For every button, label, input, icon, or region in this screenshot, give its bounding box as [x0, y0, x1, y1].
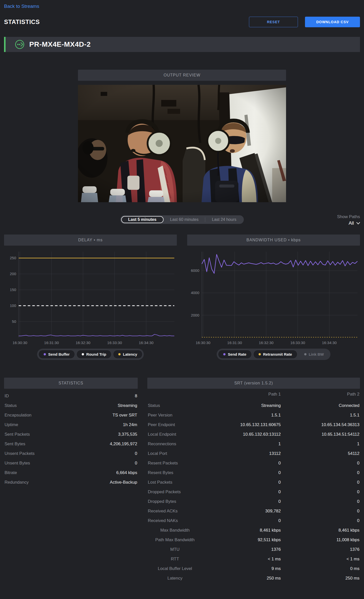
legend-label: Round Trip: [86, 352, 106, 356]
svg-text:6000: 6000: [191, 268, 199, 273]
tab-last-5-minutes[interactable]: Last 5 minutes: [121, 216, 163, 223]
table-row: Max Bandwidth8,461 kbps8,461 kbps: [147, 526, 360, 535]
row-label: Resent Bytes: [148, 470, 202, 475]
svg-text:16:32:30: 16:32:30: [259, 341, 273, 345]
delay-chart-panel: DELAY • ms 5010015020025016:30:3016:31:3…: [4, 235, 177, 360]
stream-name: PR-MX4E-MX4D-2: [29, 40, 91, 48]
row-label: Unsent Bytes: [5, 461, 30, 466]
table-row: Unsent Bytes0: [4, 458, 138, 468]
row-value: 8: [135, 394, 137, 399]
tables-row: STATISTICS ID8StatusStreamingEncapsulati…: [4, 378, 360, 583]
spacer: [148, 392, 202, 397]
row-value: 0: [281, 489, 359, 494]
statistics-page: Back to Streams STATISTICS RESET DOWNLOA…: [0, 0, 364, 593]
svg-text:16:33:30: 16:33:30: [107, 341, 122, 345]
row-label: Max Bandwidth: [148, 528, 202, 533]
legend-item-send-rate[interactable]: Send Rate: [218, 350, 251, 359]
reset-button[interactable]: RESET: [249, 17, 298, 27]
page-header: STATISTICS RESET DOWNLOAD CSV: [4, 17, 360, 27]
row-label: Path Max Bandwidth: [148, 537, 202, 542]
row-value: 9 ms: [202, 566, 281, 571]
svg-text:16:31:30: 16:31:30: [227, 341, 242, 345]
legend-label: Send Buffer: [48, 352, 70, 356]
row-value: 54112: [281, 451, 359, 456]
tab-last-24-hours[interactable]: Last 24 hours: [205, 216, 243, 223]
output-review-video: [78, 85, 286, 202]
legend-item-round-trip[interactable]: Round Trip: [76, 350, 111, 359]
row-value: 10.65.134.54:36313: [281, 422, 359, 427]
path1-column-header: Path 1: [202, 392, 281, 397]
row-label: Sent Bytes: [5, 441, 25, 447]
row-label: ID: [5, 394, 9, 399]
back-to-streams-link[interactable]: Back to Streams: [4, 4, 39, 9]
row-value: 0: [135, 451, 137, 456]
row-label: Status: [5, 403, 17, 408]
row-value: 8,461 kbps: [281, 528, 359, 533]
row-value: 92,511 kbps: [202, 537, 281, 542]
row-value: 0: [202, 518, 281, 523]
row-label: Local Port: [148, 451, 202, 456]
chart-controls: Last 5 minutes Last 60 minutes Last 24 h…: [4, 214, 360, 228]
table-row: Sent Packets3,375,535: [4, 430, 138, 439]
row-value: 0: [281, 480, 359, 485]
bandwidth-chart-legend: Send RateRetransmit RateLink BW: [217, 349, 330, 360]
row-value: 1.5.1: [281, 413, 359, 418]
row-value: 1.5.1: [202, 413, 281, 418]
row-value: < 1 ms: [202, 557, 281, 562]
row-value: 0: [202, 461, 281, 466]
table-row: Reconnections11: [147, 439, 360, 449]
stream-output-icon: [15, 39, 25, 49]
page-title: STATISTICS: [4, 18, 40, 25]
table-row: Local Buffer Level9 ms0 ms: [147, 564, 360, 574]
row-label: Latency: [148, 576, 202, 581]
row-value: 3,375,535: [118, 432, 137, 437]
table-row: Sent Bytes4,206,195,972: [4, 439, 138, 449]
row-value: 0: [281, 518, 359, 523]
legend-label: Latency: [123, 352, 137, 356]
row-value: 8,461 kbps: [202, 528, 281, 533]
header-buttons: RESET DOWNLOAD CSV: [249, 17, 360, 27]
row-value: TS over SRT: [113, 413, 137, 418]
row-label: Local Buffer Level: [148, 566, 202, 571]
bandwidth-chart-title: BANDWIDTH USED • kbps: [187, 235, 360, 246]
row-label: Lost Packets: [148, 480, 202, 485]
delay-chart-title: DELAY • ms: [4, 235, 177, 246]
row-value: 309,782: [202, 509, 281, 514]
legend-item-send-buffer[interactable]: Send Buffer: [38, 350, 75, 359]
table-row: StatusStreaming: [4, 401, 138, 410]
row-value: 0: [202, 489, 281, 494]
table-row: Received ACKs309,7820: [147, 506, 360, 516]
table-row: Received NAKs00: [147, 516, 360, 526]
table-row: RTT< 1 ms< 1 ms: [147, 554, 360, 564]
row-value: 0: [281, 499, 359, 504]
show-paths-dropdown[interactable]: All: [349, 220, 360, 226]
legend-item-link-bw[interactable]: Link BW: [299, 350, 329, 359]
row-value: 0: [202, 480, 281, 485]
tab-last-60-minutes[interactable]: Last 60 minutes: [163, 216, 205, 223]
row-value: 250 ms: [202, 576, 281, 581]
download-csv-button[interactable]: DOWNLOAD CSV: [305, 17, 360, 27]
row-value: 250 ms: [281, 576, 359, 581]
table-row: Lost Packets00: [147, 478, 360, 487]
svg-text:16:33:30: 16:33:30: [290, 341, 305, 345]
legend-item-retransmit-rate[interactable]: Retransmit Rate: [253, 350, 297, 359]
row-value: 11,008 kbps: [281, 537, 359, 542]
delay-chart-legend: Send BufferRound TripLatency: [37, 349, 144, 360]
row-label: Sent Packets: [5, 432, 30, 437]
row-label: Redundancy: [5, 480, 29, 485]
legend-item-latency[interactable]: Latency: [113, 350, 143, 359]
output-review-header: OUTPUT REVIEW: [78, 70, 286, 81]
srt-table-rows: StatusStreamingConnectedPeer Version1.5.…: [147, 401, 360, 583]
output-review-section: OUTPUT REVIEW: [78, 70, 286, 202]
legend-dot: [259, 353, 261, 355]
table-row: Peer Endpoint10.65.132.131:6067510.65.13…: [147, 420, 360, 430]
charts-row: DELAY • ms 5010015020025016:30:3016:31:3…: [4, 235, 360, 360]
table-row: Dropped Packets00: [147, 487, 360, 497]
row-value: Connected: [281, 403, 359, 408]
table-row: Resent Packets00: [147, 458, 360, 468]
svg-text:16:30:30: 16:30:30: [196, 341, 210, 345]
svg-text:16:31:30: 16:31:30: [44, 341, 59, 345]
row-value: Streaming: [118, 403, 137, 408]
row-label: Received NAKs: [148, 518, 202, 523]
table-row: EncapsulationTS over SRT: [4, 410, 138, 420]
